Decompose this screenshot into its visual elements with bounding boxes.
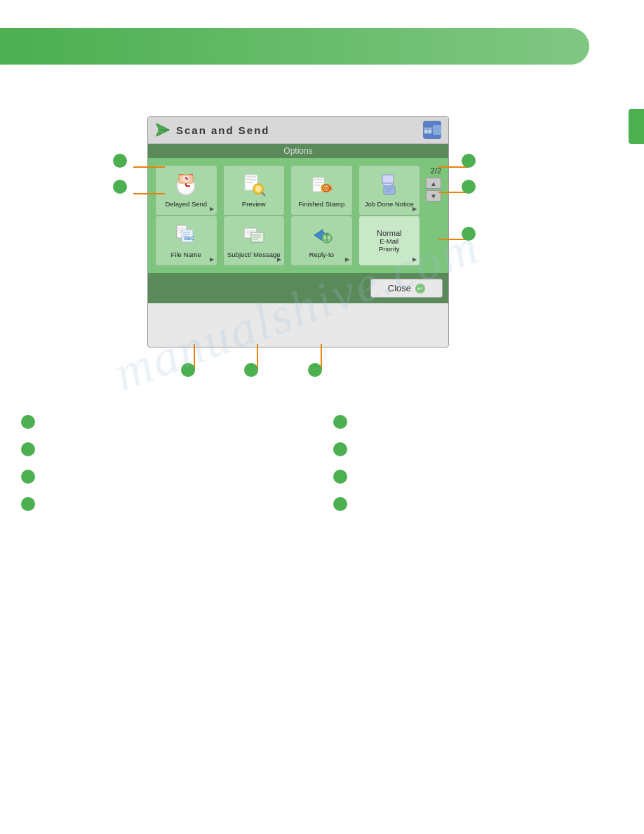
svg-rect-23 bbox=[314, 179, 323, 180]
dialog-title: Scan and Send bbox=[176, 124, 270, 136]
ann-dot-8 bbox=[333, 497, 347, 511]
ann-line-3 bbox=[438, 166, 468, 168]
svg-rect-17 bbox=[246, 179, 256, 180]
ann-dot-6 bbox=[333, 442, 347, 456]
file-name-arrow: ▶ bbox=[210, 256, 214, 263]
subject-message-arrow: ▶ bbox=[277, 256, 281, 263]
scroll-column: 2/2 ▲ ▼ bbox=[426, 165, 441, 201]
svg-rect-35 bbox=[178, 227, 185, 229]
close-button[interactable]: Close ↩ bbox=[370, 279, 443, 298]
delayed-send-arrow: ▶ bbox=[210, 206, 214, 212]
file-name-icon: ABC bbox=[173, 223, 199, 248]
svg-rect-16 bbox=[246, 176, 256, 178]
email-priority-arrow: ▶ bbox=[412, 256, 417, 263]
annotation-bullet-1 bbox=[113, 154, 127, 168]
dialog-close-icon-btn[interactable] bbox=[423, 121, 441, 139]
scan-send-icon bbox=[155, 122, 170, 138]
ann-item-8 bbox=[333, 496, 624, 511]
ann-item-3 bbox=[21, 469, 312, 484]
scroll-up-button[interactable]: ▲ bbox=[426, 178, 441, 189]
ann-dot-7 bbox=[333, 470, 347, 484]
content-scroll-row: Delayed Send ▶ bbox=[155, 165, 441, 266]
svg-rect-31 bbox=[384, 186, 395, 194]
button-row-1: Delayed Send ▶ bbox=[155, 165, 420, 216]
annotation-row bbox=[21, 414, 624, 524]
finished-stamp-icon: OK bbox=[309, 172, 334, 197]
reply-to-icon bbox=[309, 223, 334, 248]
options-bar: Options bbox=[148, 144, 448, 158]
delayed-send-label: Delayed Send bbox=[165, 200, 207, 208]
svg-rect-44 bbox=[246, 230, 255, 232]
scan-send-dialog: Scan and Send Options bbox=[147, 116, 449, 348]
subject-message-button[interactable]: Subject/ Message ▶ bbox=[223, 216, 286, 266]
right-tab bbox=[629, 109, 644, 144]
ann-item-5 bbox=[333, 414, 624, 429]
email-priority-button[interactable]: Normal E-MailPriority ▶ bbox=[358, 216, 421, 266]
subject-message-icon bbox=[241, 223, 267, 248]
preview-button[interactable]: Preview bbox=[223, 165, 286, 216]
svg-rect-18 bbox=[246, 182, 253, 183]
ann-dot-3 bbox=[21, 470, 35, 484]
top-banner bbox=[0, 28, 589, 65]
ann-item-6 bbox=[333, 442, 624, 456]
svg-rect-48 bbox=[253, 234, 261, 236]
ann-item-4 bbox=[21, 496, 312, 511]
close-btn-arrow-icon: ↩ bbox=[415, 284, 425, 293]
finished-stamp-label: Finished Stamp bbox=[298, 200, 344, 208]
annotation-left-col bbox=[21, 414, 312, 524]
dialog-content: Delayed Send ▶ bbox=[148, 158, 448, 273]
reply-to-label: Reply-to bbox=[309, 251, 334, 258]
button-row-2: ABC File Name ▶ bbox=[155, 216, 420, 266]
ann-item-7 bbox=[333, 469, 624, 484]
annotation-bullet-2 bbox=[113, 180, 127, 194]
annotation-right-col bbox=[333, 414, 624, 524]
annotation-bullet-3 bbox=[462, 154, 476, 168]
ann-line-1 bbox=[133, 166, 165, 168]
svg-rect-50 bbox=[253, 239, 258, 240]
reply-to-button[interactable]: Reply-to ▶ bbox=[290, 216, 353, 266]
ann-item-1 bbox=[21, 414, 312, 429]
ann-line-2 bbox=[133, 193, 165, 194]
options-label: Options bbox=[283, 146, 312, 156]
annotation-bullet-4 bbox=[462, 180, 476, 194]
annotation-bullet-6 bbox=[181, 363, 195, 377]
file-name-button[interactable]: ABC File Name ▶ bbox=[155, 216, 217, 266]
svg-point-20 bbox=[255, 186, 261, 192]
ann-dot-1 bbox=[21, 415, 35, 429]
file-name-label: File Name bbox=[171, 251, 201, 258]
close-button-label: Close bbox=[388, 283, 411, 293]
email-priority-label: E-MailPriority bbox=[379, 237, 400, 253]
annotation-bullet-5 bbox=[462, 227, 476, 241]
ann-item-2 bbox=[21, 442, 312, 456]
dialog-titlebar: Scan and Send bbox=[148, 117, 448, 144]
ann-dot-5 bbox=[333, 415, 347, 429]
subject-message-label: Subject/ Message bbox=[227, 251, 281, 258]
box-icon bbox=[423, 124, 433, 135]
delayed-send-button[interactable]: Delayed Send ▶ bbox=[155, 165, 217, 216]
ann-dot-4 bbox=[21, 497, 35, 511]
delayed-send-icon bbox=[173, 172, 199, 197]
svg-rect-24 bbox=[314, 182, 323, 183]
reply-to-arrow: ▶ bbox=[345, 256, 349, 263]
finished-stamp-button[interactable]: OK Finished Stamp bbox=[290, 165, 353, 216]
dialog-title-left: Scan and Send bbox=[155, 122, 270, 138]
job-done-notice-label: Job Done Notice bbox=[365, 200, 414, 208]
svg-rect-25 bbox=[314, 185, 320, 186]
svg-rect-29 bbox=[382, 175, 394, 183]
annotation-bullet-7 bbox=[244, 363, 258, 377]
annotation-section bbox=[21, 414, 624, 532]
svg-rect-49 bbox=[253, 237, 261, 238]
job-done-notice-icon bbox=[377, 172, 402, 197]
annotation-bullet-8 bbox=[308, 363, 322, 377]
ann-dot-2 bbox=[21, 442, 35, 456]
svg-rect-39 bbox=[183, 232, 190, 233]
svg-text:ABC: ABC bbox=[184, 236, 194, 241]
job-done-notice-button[interactable]: Job Done Notice ▶ bbox=[358, 165, 421, 216]
job-done-notice-arrow: ▶ bbox=[412, 206, 417, 212]
email-priority-normal-label: Normal bbox=[377, 229, 401, 237]
svg-rect-40 bbox=[183, 234, 190, 235]
preview-icon bbox=[241, 172, 267, 197]
buttons-area: Delayed Send ▶ bbox=[155, 165, 420, 266]
preview-label: Preview bbox=[242, 200, 266, 208]
dialog-footer: Close ↩ bbox=[148, 273, 448, 303]
